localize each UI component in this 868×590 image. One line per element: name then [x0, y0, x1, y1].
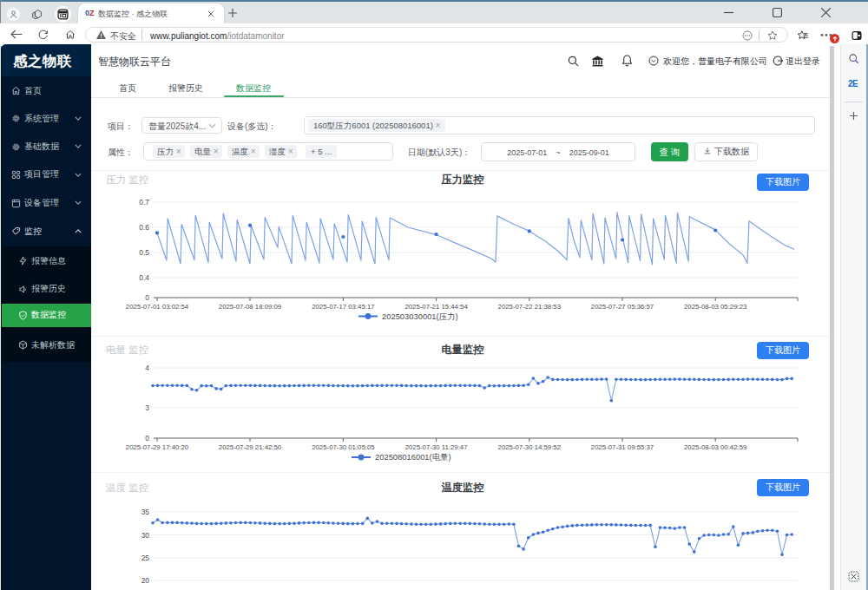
svg-text:0.6: 0.6 — [139, 223, 149, 232]
svg-text:2025-07-30 11:29:47: 2025-07-30 11:29:47 — [405, 443, 468, 451]
svg-text:2025-07-30 01:05:05: 2025-07-30 01:05:05 — [312, 443, 375, 451]
svg-text:2025-07-29 21:42:50: 2025-07-29 21:42:50 — [219, 443, 282, 451]
svg-text:2025-07-01 03:02:54: 2025-07-01 03:02:54 — [126, 303, 189, 311]
svg-text:2025-07-21 15:44:54: 2025-07-21 15:44:54 — [404, 303, 468, 311]
svg-text:202508016001(电量): 202508016001(电量) — [375, 452, 451, 462]
svg-text:电量监控: 电量监控 — [441, 344, 484, 356]
svg-text:2025-07-29 17:40:20: 2025-07-29 17:40:20 — [126, 443, 189, 451]
svg-text:2025-07-17 03:45:17: 2025-07-17 03:45:17 — [312, 303, 374, 311]
svg-text:30: 30 — [141, 531, 150, 540]
svg-text:2025-07-31 09:55:37: 2025-07-31 09:55:37 — [591, 443, 654, 451]
svg-text:4: 4 — [145, 364, 149, 372]
svg-text:2025-07-08 18:09:09: 2025-07-08 18:09:09 — [219, 303, 281, 311]
svg-text:0.5: 0.5 — [139, 248, 149, 257]
svg-text:0: 0 — [145, 434, 149, 442]
svg-text:压力监控: 压力监控 — [440, 174, 484, 186]
svg-text:202503030001(压力): 202503030001(压力) — [382, 311, 458, 321]
svg-text:2025-08-03 00:42:59: 2025-08-03 00:42:59 — [684, 443, 746, 451]
svg-text:0.7: 0.7 — [139, 198, 149, 206]
svg-text:温度监控: 温度监控 — [441, 482, 484, 494]
svg-text:2025-07-30 14:59:52: 2025-07-30 14:59:52 — [498, 443, 561, 451]
svg-text:温度 监控: 温度 监控 — [105, 482, 148, 493]
svg-text:2025-07-22 21:38:53: 2025-07-22 21:38:53 — [498, 303, 561, 311]
svg-text:25: 25 — [141, 554, 150, 562]
svg-text:0.4: 0.4 — [139, 273, 149, 282]
svg-text:20: 20 — [141, 576, 150, 585]
svg-text:3: 3 — [145, 403, 149, 412]
svg-text:压力 监控: 压力 监控 — [106, 174, 148, 185]
svg-text:35: 35 — [141, 508, 150, 516]
svg-text:电量 监控: 电量 监控 — [106, 344, 148, 355]
svg-text:2025-08-03 05:29:23: 2025-08-03 05:29:23 — [684, 303, 746, 311]
svg-text:2025-07-27 05:36:57: 2025-07-27 05:36:57 — [591, 303, 654, 311]
svg-text:0: 0 — [145, 293, 149, 302]
